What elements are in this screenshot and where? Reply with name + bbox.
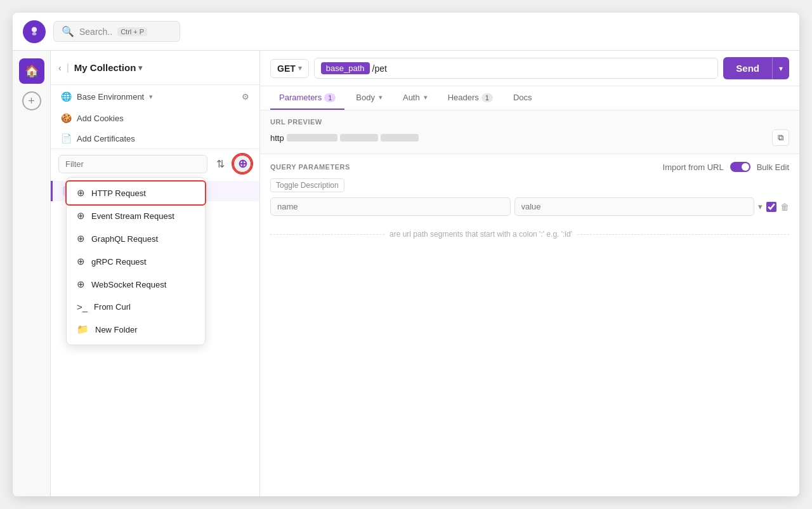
method-label: GET bbox=[277, 63, 296, 74]
tab-docs[interactable]: Docs bbox=[504, 86, 541, 110]
dropdown-menu: ⊕ HTTP Request ⊕ Event Stream Request ⊕ … bbox=[66, 177, 206, 345]
dropdown-ws-label: WebSocket Request bbox=[91, 280, 166, 289]
toggle-description-btn[interactable]: Toggle Description bbox=[270, 178, 344, 192]
certificates-label: Add Certificates bbox=[77, 134, 135, 143]
tab-parameters[interactable]: Parameters 1 bbox=[270, 86, 344, 110]
param-delete-btn[interactable]: 🗑 bbox=[780, 202, 789, 212]
svg-point-1 bbox=[32, 32, 37, 35]
dropdown-curl-label: From Curl bbox=[94, 302, 131, 312]
param-name-input[interactable] bbox=[270, 197, 511, 216]
dropdown-new-folder[interactable]: 📁 New Folder bbox=[67, 318, 205, 341]
collection-certificates-item[interactable]: 📄 Add Certificates bbox=[51, 128, 259, 149]
dropdown-event-label: Event Stream Request bbox=[91, 211, 174, 221]
sidebar-add-btn[interactable]: + bbox=[22, 91, 41, 110]
tab-headers[interactable]: Headers 1 bbox=[439, 86, 502, 110]
url-preview-bar: http ⧉ bbox=[270, 129, 789, 146]
url-preview-value: http bbox=[270, 133, 767, 143]
url-bar: GET ▾ base_path /pet Send ▾ bbox=[260, 51, 799, 86]
body-chevron-icon: ▾ bbox=[379, 93, 383, 102]
cookies-label: Add Cookies bbox=[77, 114, 124, 123]
add-request-btn[interactable]: ⊕ bbox=[233, 154, 252, 173]
tab-headers-badge: 1 bbox=[481, 93, 493, 102]
url-copy-button[interactable]: ⧉ bbox=[772, 129, 789, 146]
param-checkbox[interactable] bbox=[766, 202, 776, 212]
collection-back-btn[interactable]: ‹ bbox=[58, 63, 62, 73]
search-text: Search.. bbox=[79, 27, 112, 37]
url-input[interactable]: base_path /pet bbox=[314, 58, 719, 79]
terminal-icon: >_ bbox=[77, 301, 88, 312]
bulk-edit-toggle[interactable] bbox=[730, 162, 750, 172]
env-label: Base Environment bbox=[77, 92, 144, 102]
plus-circle-icon-4: ⊕ bbox=[77, 256, 85, 267]
toggle-description-row: Toggle Description bbox=[270, 178, 789, 192]
path-params-divider-right bbox=[577, 234, 789, 235]
icon-sidebar: 🏠 + bbox=[13, 51, 51, 496]
certificate-icon: 📄 bbox=[61, 133, 72, 143]
dropdown-http-request[interactable]: ⊕ HTTP Request bbox=[67, 182, 205, 204]
tab-docs-label: Docs bbox=[513, 93, 532, 102]
folder-icon: 📁 bbox=[77, 324, 89, 335]
tab-headers-label: Headers bbox=[448, 93, 479, 102]
param-row: ▾ 🗑 bbox=[270, 197, 789, 216]
dropdown-http-label: HTTP Request bbox=[91, 188, 146, 198]
tabs-bar: Parameters 1 Body ▾ Auth ▾ Headers 1 Doc… bbox=[260, 86, 799, 110]
plus-circle-icon-5: ⊕ bbox=[77, 279, 85, 290]
dropdown-folder-label: New Folder bbox=[95, 325, 137, 334]
dropdown-graphql[interactable]: ⊕ GraphQL Request bbox=[67, 227, 205, 250]
query-actions: Import from URL Bulk Edit bbox=[663, 162, 789, 172]
main-panel: GET ▾ base_path /pet Send ▾ Parameters 1 bbox=[260, 51, 799, 496]
filter-input[interactable] bbox=[58, 155, 207, 173]
svg-point-0 bbox=[32, 27, 37, 32]
dropdown-grpc-label: gRPC Request bbox=[91, 257, 147, 267]
cookie-icon: 🍪 bbox=[61, 113, 72, 123]
dropdown-grpc[interactable]: ⊕ gRPC Request bbox=[67, 250, 205, 273]
dropdown-event-stream[interactable]: ⊕ Event Stream Request bbox=[67, 204, 205, 227]
collection-chevron-icon: ▾ bbox=[138, 63, 142, 72]
path-params-info-row: are url path segments that start with a … bbox=[270, 220, 789, 249]
plus-circle-icon: ⊕ bbox=[77, 187, 85, 199]
url-preview-section: URL PREVIEW http ⧉ bbox=[260, 110, 799, 154]
path-params-info: are url path segments that start with a … bbox=[390, 225, 572, 244]
dropdown-websocket[interactable]: ⊕ WebSocket Request bbox=[67, 273, 205, 296]
url-path: /pet bbox=[372, 63, 387, 74]
tab-body[interactable]: Body ▾ bbox=[347, 86, 391, 110]
search-bar[interactable]: 🔍 Search.. Ctrl + P bbox=[53, 21, 180, 42]
param-type-dropdown[interactable]: ▾ bbox=[758, 202, 763, 211]
globe-icon: 🌐 bbox=[61, 91, 72, 102]
tab-auth[interactable]: Auth ▾ bbox=[394, 86, 436, 110]
filter-row: ⇅ ⊕ ⊕ HTTP Request ⊕ Event Stream Reques… bbox=[51, 149, 259, 178]
bulk-edit-label: Bulk Edit bbox=[757, 162, 789, 172]
send-button[interactable]: Send bbox=[723, 57, 772, 79]
query-section-header: QUERY PARAMETERS Import from URL Bulk Ed… bbox=[270, 162, 789, 172]
collection-title: My Collection ▾ bbox=[74, 62, 143, 73]
dropdown-from-curl[interactable]: >_ From Curl bbox=[67, 296, 205, 318]
path-params-divider-left bbox=[270, 234, 384, 235]
collection-divider: | bbox=[67, 62, 69, 74]
tab-parameters-label: Parameters bbox=[279, 93, 322, 102]
gear-icon[interactable]: ⚙ bbox=[242, 92, 249, 102]
tab-body-label: Body bbox=[356, 93, 375, 102]
import-from-url-btn[interactable]: Import from URL bbox=[663, 162, 724, 172]
search-icon: 🔍 bbox=[62, 25, 74, 37]
collection-sidebar: ‹ | My Collection ▾ 🌐 Base Environment ▾… bbox=[51, 51, 260, 496]
dropdown-graphql-label: GraphQL Request bbox=[91, 234, 158, 244]
query-params-label: QUERY PARAMETERS bbox=[270, 163, 350, 171]
tab-auth-label: Auth bbox=[403, 93, 420, 102]
method-select[interactable]: GET ▾ bbox=[270, 59, 309, 78]
send-dropdown-button[interactable]: ▾ bbox=[772, 57, 789, 79]
url-blur-1 bbox=[287, 134, 337, 142]
top-bar: 🔍 Search.. Ctrl + P bbox=[13, 13, 799, 51]
collection-env-row[interactable]: 🌐 Base Environment ▾ ⚙ bbox=[51, 85, 259, 108]
plus-circle-icon-3: ⊕ bbox=[77, 233, 85, 244]
sidebar-home-btn[interactable]: 🏠 bbox=[19, 58, 44, 84]
base-path-tag: base_path bbox=[321, 62, 370, 74]
auth-chevron-icon: ▾ bbox=[424, 93, 428, 102]
plus-circle-icon-2: ⊕ bbox=[77, 210, 85, 221]
url-preview-label: URL PREVIEW bbox=[270, 118, 789, 126]
url-blur-2 bbox=[340, 134, 378, 142]
param-value-input[interactable] bbox=[514, 197, 755, 216]
collection-cookies-item[interactable]: 🍪 Add Cookies bbox=[51, 108, 259, 128]
method-chevron-icon: ▾ bbox=[298, 64, 302, 72]
sort-btn[interactable]: ⇅ bbox=[211, 155, 229, 173]
url-blur-3 bbox=[381, 134, 419, 142]
